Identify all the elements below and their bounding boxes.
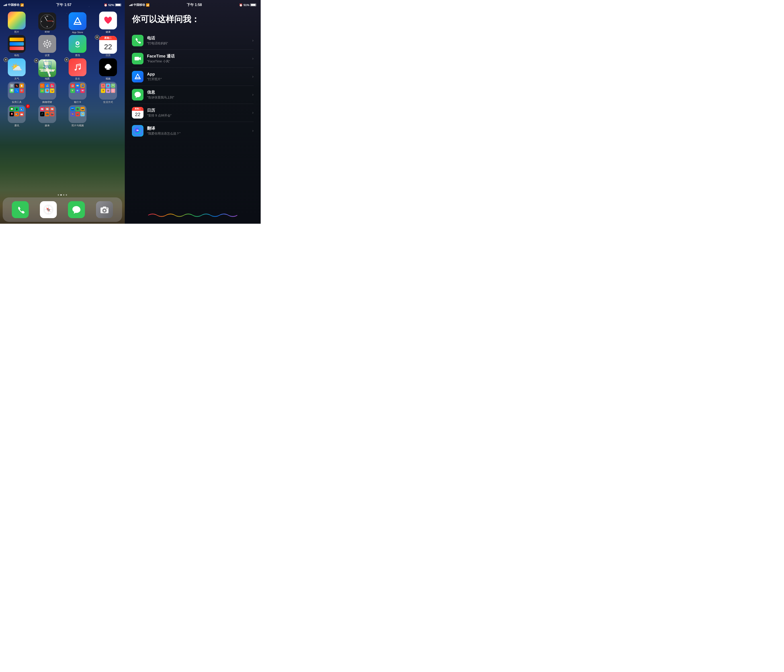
siri-app-title: App xyxy=(147,72,249,77)
app-music[interactable]: ✕ 音乐 xyxy=(65,58,90,81)
f1-5: 🔧 xyxy=(14,89,19,93)
siri-messages-chevron: › xyxy=(252,92,254,97)
music-svg xyxy=(72,62,82,72)
app-photos[interactable]: 照片 xyxy=(5,12,29,34)
siri-messages-subtitle: "告诉张晨我马上到" xyxy=(147,96,249,100)
siri-facetime-subtitle: "FaceTime 小凤" xyxy=(147,59,249,64)
folder-photo-video-grid: 📷 🎥 📸 🎞️ 📹 🖼️ xyxy=(68,105,86,123)
siri-item-messages[interactable]: 信息 "告诉张晨我马上到" › xyxy=(132,86,254,104)
siri-translate-icon xyxy=(132,125,143,137)
health-icon xyxy=(99,12,117,30)
battery-percent-left: 52% xyxy=(108,3,114,7)
fm1: 📰 xyxy=(40,107,44,111)
fpv5: 📹 xyxy=(76,112,80,116)
dock-camera[interactable] xyxy=(96,201,113,218)
siri-calendar-icon: 星期二 22 xyxy=(132,107,143,118)
signal-bars xyxy=(3,4,7,6)
app-findmy[interactable]: 查找 xyxy=(65,35,90,57)
app-row-3: ✕ ⛅ 天气 ✕ 2 xyxy=(3,58,121,81)
clock-hour-hand xyxy=(45,17,47,21)
app-weather[interactable]: ✕ ⛅ 天气 xyxy=(5,58,29,81)
wallet-card-2 xyxy=(9,42,24,46)
signal-bar-2 xyxy=(5,5,5,6)
folder-bank-grid: 🏦 💴 🏧 💵 💶 💷 xyxy=(68,82,86,100)
folder-shopping-label: 购物理财 xyxy=(42,101,52,104)
signal-bar-4 xyxy=(6,4,7,6)
delete-music[interactable]: ✕ xyxy=(64,58,69,62)
comm-badge: 7 xyxy=(26,104,30,108)
dot-3 xyxy=(63,194,64,196)
siri-item-facetime[interactable]: FaceTime 通话 "FaceTime 小凤" › xyxy=(132,50,254,68)
siri-facetime-svg xyxy=(134,55,141,62)
camera-svg xyxy=(100,205,109,215)
weather-icon: ⛅ xyxy=(8,58,26,76)
siri-app-svg xyxy=(134,73,141,80)
siri-item-calendar[interactable]: 星期二 22 日历 "安排 9 点钟开会" › xyxy=(132,104,254,122)
app-calendar[interactable]: ✕ 星期二 22 日历 xyxy=(96,36,120,57)
siri-time: 下午 1:58 xyxy=(187,3,202,7)
siri-item-translate[interactable]: 翻译 "我爱你用法语怎么说？" › xyxy=(132,122,254,140)
maps-overlay: 280 xyxy=(38,59,56,77)
f3-6: 💷 xyxy=(81,89,85,93)
fpv2: 🎥 xyxy=(76,107,80,111)
app-folder-shopping[interactable]: 🛒 💰 🏪 💳 🎁 📦 购物理财 xyxy=(35,82,59,104)
dock-safari[interactable] xyxy=(40,201,57,218)
app-folder-utils[interactable]: 🔢 🔖 📋 📊 🔧 ⚙️ 实用工具 xyxy=(5,82,29,104)
messages-svg xyxy=(72,205,81,215)
app-folder-comm[interactable]: 7 💬 📱 🐧 📮 📬 📩 通讯 xyxy=(5,105,29,127)
app-folder-photo-video[interactable]: 📷 🎥 📸 🎞️ 📹 🖼️ 照片与视频 xyxy=(65,105,90,127)
app-maps[interactable]: ✕ 280 地图 xyxy=(35,59,59,81)
appletv-label: 视频 xyxy=(106,77,110,81)
f4-4: 🌻 xyxy=(101,89,105,93)
siri-facetime-chevron: › xyxy=(252,56,254,61)
siri-phone-title: 电话 xyxy=(147,36,249,41)
delete-calendar[interactable]: ✕ xyxy=(95,35,100,39)
music-label: 音乐 xyxy=(75,77,80,81)
status-bar-left: 中国移动 📶 下午 1:57 ⏰ 52% xyxy=(0,0,125,10)
clock-num-9: 9 xyxy=(41,20,42,22)
photos-icon xyxy=(8,12,26,30)
app-folder-lifestyle[interactable]: 🌴 🌺 🍃 🌻 🦋 🌸 生活方式 xyxy=(96,82,120,104)
app-settings[interactable]: 设置 xyxy=(35,35,59,57)
appstore-label: App Store xyxy=(72,31,83,34)
folder-media-label: 媒体 xyxy=(45,124,50,127)
siri-phone-subtitle: "打电话给妈妈" xyxy=(147,42,249,45)
app-appstore[interactable]: App Store xyxy=(65,12,90,34)
clock-icon-small: ⏰ xyxy=(104,3,107,7)
siri-phone-chevron: › xyxy=(252,38,254,43)
siri-item-phone[interactable]: 电话 "打电话给妈妈" › xyxy=(132,32,254,50)
clock-minute-hand xyxy=(47,21,53,21)
dock-messages[interactable] xyxy=(68,201,85,218)
folder-comm-label: 通讯 xyxy=(14,124,19,127)
fpv6: 🖼️ xyxy=(81,112,85,116)
dock-phone[interactable] xyxy=(12,201,29,218)
app-wallet[interactable]: 钱包 xyxy=(5,35,29,57)
app-folder-media[interactable]: 📰 📰 📰 🎵 📺 🎬 媒体 xyxy=(35,105,59,127)
status-bar-right: 中国移动 📶 下午 1:58 ⏰ 51% xyxy=(125,0,261,10)
right-panel: 中国移动 📶 下午 1:58 ⏰ 51% 你可以这样问我： 电话 "打电话给妈妈… xyxy=(125,0,261,224)
delete-maps[interactable]: ✕ xyxy=(34,58,39,63)
fm2: 📰 xyxy=(45,107,49,111)
clock-face-inner: 12 3 6 9 xyxy=(40,14,54,28)
weather-label: 天气 xyxy=(14,77,19,81)
app-appletv[interactable]: 视频 xyxy=(96,58,120,81)
appletv-icon xyxy=(99,58,117,76)
clock-num-6: 6 xyxy=(47,26,47,28)
siri-calendar-chevron: › xyxy=(252,110,254,115)
folder-shopping-icon: 🛒 💰 🏪 💳 🎁 📦 xyxy=(38,82,56,100)
siri-calendar-title: 日历 xyxy=(147,107,249,113)
f4-1: 🌴 xyxy=(101,84,105,88)
siri-cal-header: 星期二 xyxy=(132,107,143,111)
wallet-icon xyxy=(8,35,26,53)
siri-sig-1 xyxy=(129,5,130,6)
app-clock[interactable]: 12 3 6 9 时钟 xyxy=(35,12,59,34)
app-folder-bank[interactable]: 🏦 💴 🏧 💵 💶 💷 银行卡 xyxy=(65,82,90,104)
app-health[interactable]: 健康 xyxy=(96,12,120,34)
delete-weather[interactable]: ✕ xyxy=(3,58,8,62)
siri-item-app[interactable]: App "打开照片" › xyxy=(132,68,254,86)
siri-battery-icon xyxy=(250,3,256,6)
signal-bar-3 xyxy=(5,4,6,6)
settings-icon xyxy=(38,35,56,53)
app-row-2: 钱包 xyxy=(3,35,121,57)
siri-translate-chevron: › xyxy=(252,128,254,133)
